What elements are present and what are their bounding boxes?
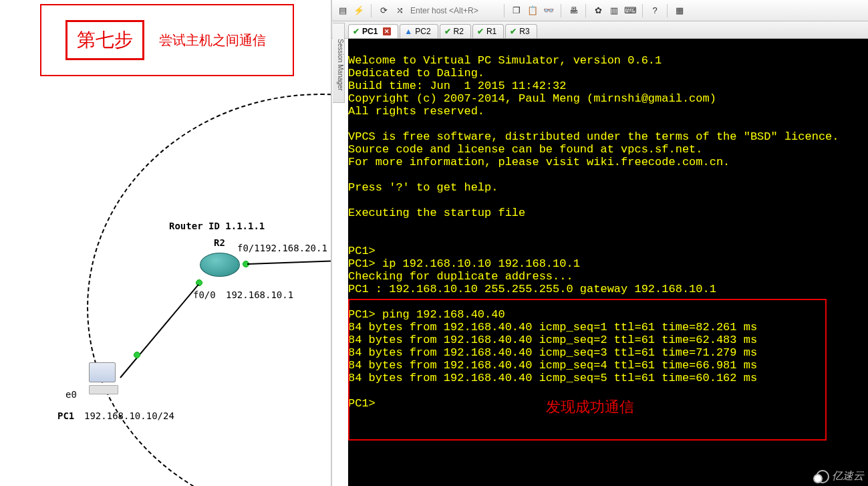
toolbar-separator (371, 4, 372, 17)
watermark: 亿速云 (816, 469, 864, 483)
check-icon: ✔ (510, 27, 517, 36)
router-r2[interactable] (200, 253, 240, 277)
reconnect-icon[interactable]: ⟳ (378, 5, 389, 16)
pc1-device[interactable] (89, 362, 118, 397)
pc1-ip: 192.168.10.10/24 (84, 410, 174, 421)
close-icon[interactable]: ✕ (383, 27, 391, 35)
session-manager-tab[interactable]: Session Manager (333, 23, 345, 103)
tab-label: R1 (486, 27, 496, 36)
watermark-text: 亿速云 (832, 469, 864, 483)
router-id-label: Router ID 1.1.1.1 (169, 221, 265, 231)
reconnect-all-icon[interactable]: ⤭ (394, 5, 405, 16)
quick-connect-icon[interactable]: ⚡ (353, 5, 364, 16)
network-topology: Router ID 1.1.1.1 R2 f0/1192.168.20.1 f0… (0, 100, 330, 475)
r2-f01-label: f0/1192.168.20.1 (237, 243, 327, 253)
r2-f00-ip: 192.168.10.1 (226, 289, 293, 300)
step-description: 尝试主机之间通信 (159, 31, 266, 49)
toolbar-separator (504, 4, 504, 17)
toggle-sidebar-icon[interactable]: ▤ (337, 5, 348, 16)
session-tabbar: ✔ PC1 ✕ ▲ PC2 ✔ R2 ✔ R1 ✔ R3 (332, 21, 868, 39)
copy-icon[interactable]: ❐ (511, 5, 522, 16)
r2-f00-label: f0/0 (193, 289, 216, 300)
check-icon: ✔ (477, 27, 484, 36)
session-options-icon[interactable]: ▥ (609, 5, 619, 16)
watermark-icon (816, 470, 829, 483)
toolbar-separator (667, 4, 668, 17)
pc1-port-dot (134, 352, 140, 358)
host-input[interactable] (410, 6, 497, 15)
help-icon[interactable]: ? (649, 5, 660, 16)
toolbar-separator (642, 4, 643, 17)
toolbar-separator (585, 4, 586, 17)
r2-label: R2 (214, 237, 225, 248)
options-icon[interactable]: ✿ (593, 5, 603, 16)
check-icon: ✔ (444, 27, 451, 36)
tab-label: R2 (454, 27, 464, 36)
pc1-base-icon (89, 385, 118, 394)
pc1-label: PC1 (57, 410, 74, 421)
check-icon: ✔ (353, 27, 359, 36)
tab-pc2[interactable]: ▲ PC2 (400, 24, 438, 38)
terminal-app-pane: ▤ ⚡ ⟳ ⤭ ❐ 📋 👓 🖶 ✿ ▥ ⌨ ? ▦ Session Manage… (331, 0, 868, 486)
pc1-iface-label: e0 (65, 389, 77, 400)
tab-r3[interactable]: ✔ R3 (505, 24, 537, 38)
find-icon[interactable]: 👓 (543, 5, 554, 16)
pc1-screen-icon (89, 362, 116, 382)
paste-icon[interactable]: 📋 (527, 5, 538, 16)
tab-label: PC2 (415, 27, 430, 36)
keyboard-icon[interactable]: ⌨ (625, 5, 635, 16)
tab-label: R3 (519, 27, 529, 36)
print-icon[interactable]: 🖶 (568, 5, 579, 16)
script-icon[interactable]: ▦ (674, 5, 685, 16)
tab-pc1[interactable]: ✔ PC1 ✕ (348, 24, 398, 38)
warning-icon: ▲ (404, 27, 412, 36)
topology-pane: 第七步 尝试主机之间通信 Router ID 1.1.1.1 R2 f0/119… (0, 0, 330, 486)
tab-label: PC1 (362, 27, 378, 36)
ping-result-highlight-box (348, 299, 827, 441)
toolbar: ▤ ⚡ ⟳ ⤭ ❐ 📋 👓 🖶 ✿ ▥ ⌨ ? ▦ (332, 0, 868, 21)
step-title: 第七步 (65, 20, 144, 60)
success-annotation: 发现成功通信 (546, 397, 634, 417)
tab-r1[interactable]: ✔ R1 (472, 24, 504, 38)
toolbar-separator (561, 4, 561, 17)
step-annotation-box: 第七步 尝试主机之间通信 (40, 4, 294, 76)
tab-r2[interactable]: ✔ R2 (440, 24, 471, 38)
